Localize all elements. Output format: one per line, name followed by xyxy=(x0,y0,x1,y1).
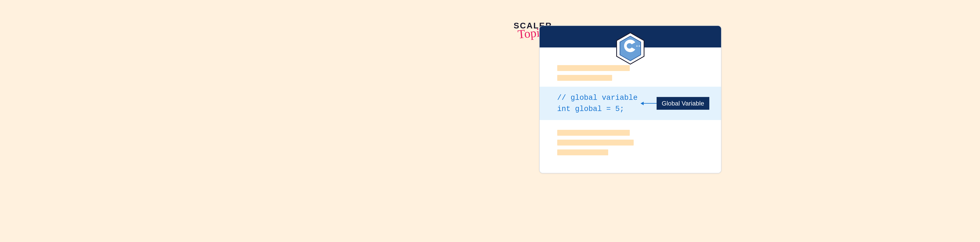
code-highlighted-region: // global variable int global = 5; Globa… xyxy=(539,87,721,120)
cpp-logo-icon: + + xyxy=(616,32,645,66)
cpp-hexagon-svg: + + xyxy=(616,32,645,65)
code-placeholder-line xyxy=(557,150,608,155)
svg-text:+: + xyxy=(638,44,640,48)
svg-text:+: + xyxy=(636,44,638,48)
code-placeholder-line xyxy=(557,65,630,71)
code-placeholder-line xyxy=(557,130,630,136)
callout-label: Global Variable xyxy=(657,97,709,110)
callout-arrow-icon xyxy=(641,103,657,104)
global-variable-callout: Global Variable xyxy=(641,97,709,110)
code-card-body: // global variable int global = 5; Globa… xyxy=(539,48,721,173)
code-editor-card: + + // global variable int global = 5; G… xyxy=(539,25,721,174)
diagram-container: SCALER Topics + + // global variable int… xyxy=(431,0,745,242)
code-placeholder-line xyxy=(557,140,634,145)
code-placeholder-line xyxy=(557,75,612,81)
